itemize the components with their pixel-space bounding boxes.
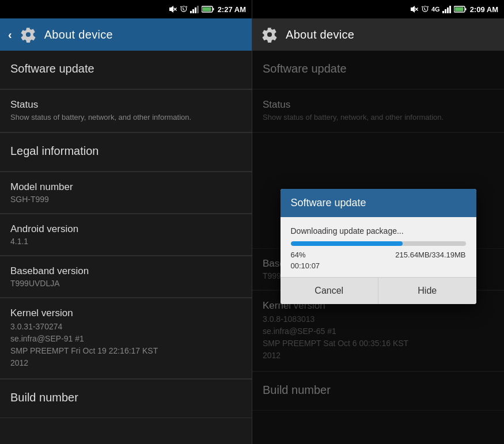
right-content: Software update Status Show status of ba… [252,51,504,444]
menu-item-build-left[interactable]: Build number [0,380,252,418]
svg-rect-8 [445,9,446,13]
kernel-title-left: Kernel version [10,308,241,319]
model-value-left: SGH-T999 [10,195,241,204]
dialog-title: Software update [291,197,466,209]
svg-rect-6 [202,7,211,12]
progress-bar-container [291,241,466,246]
svg-rect-5 [213,8,214,10]
dialog-header: Software update [281,189,476,217]
software-update-dialog: Software update Downloading update packa… [281,189,476,304]
hide-button[interactable]: Hide [378,278,476,304]
right-status-icons: 4G [410,5,467,13]
svg-rect-2 [195,7,196,13]
build-title-left: Build number [10,391,241,404]
mute-icon [168,5,177,13]
right-panel: 4G 2:09 AM About device [252,0,504,444]
svg-rect-0 [190,11,192,13]
time-remaining: 00:10:07 [291,261,466,270]
menu-item-status-left[interactable]: Status Show status of battery, network, … [0,90,252,132]
left-status-icons [168,5,214,13]
menu-item-legal-left[interactable]: Legal information [0,133,252,172]
progress-bar-fill [291,241,403,246]
left-menu-list: Software update Status Show status of ba… [0,51,252,444]
progress-size: 215.64MB/334.19MB [395,251,465,259]
svg-rect-9 [447,7,449,13]
progress-percent: 64% [291,251,306,259]
status-subtitle-left: Show status of battery, network, and oth… [10,112,241,123]
svg-rect-10 [449,6,451,13]
right-status-bar: 4G 2:09 AM [252,0,504,18]
alarm-icon-right [421,5,429,13]
model-title-left: Model number [10,181,241,193]
battery-icon-right [454,6,467,13]
left-panel: 2:27 AM ‹ About device Software update S… [0,0,252,444]
mute-icon-right [410,5,419,13]
signal-icon-right [442,5,452,13]
svg-rect-12 [465,8,466,10]
left-status-bar: 2:27 AM [0,0,252,18]
menu-item-model-left[interactable]: Model number SGH-T999 [0,172,252,214]
right-top-bar-title: About device [286,28,354,41]
battery-icon [202,6,214,13]
left-top-bar-title: About device [44,28,113,41]
back-arrow-icon[interactable]: ‹ [8,28,12,41]
android-value-left: 4.1.1 [10,237,241,246]
progress-info: 64% 215.64MB/334.19MB [291,251,466,259]
baseband-title-left: Baseband version [10,265,241,277]
legal-title-left: Legal information [10,145,241,158]
gear-icon-left [19,25,37,44]
software-update-title-left: Software update [10,62,241,75]
menu-item-software-update-left[interactable]: Software update [0,51,252,89]
svg-rect-3 [197,6,199,13]
baseband-value-left: T999UVDLJA [10,279,241,288]
kernel-value-left: 3.0.31-370274se.infra@SEP-91 #1SMP PREEM… [10,321,241,369]
right-top-bar: About device [252,18,504,51]
dialog-buttons: Cancel Hide [281,277,476,304]
left-top-bar: ‹ About device [0,18,252,51]
signal-icon [190,5,199,13]
right-time: 2:09 AM [470,5,498,14]
dialog-overlay: Software update Downloading update packa… [252,51,504,444]
menu-item-baseband-left[interactable]: Baseband version T999UVDLJA [0,256,252,298]
alarm-icon [180,5,188,13]
android-title-left: Android version [10,223,241,235]
dialog-body: Downloading update package... 64% 215.64… [281,217,476,277]
gear-icon-right [260,25,279,44]
menu-item-android-left[interactable]: Android version 4.1.1 [0,214,252,256]
svg-rect-13 [454,7,463,12]
svg-rect-7 [442,11,444,13]
svg-rect-1 [192,9,194,13]
menu-item-kernel-left[interactable]: Kernel version 3.0.31-370274se.infra@SEP… [0,298,252,379]
left-time: 2:27 AM [218,5,246,14]
status-title-left: Status [10,99,241,111]
4g-badge: 4G [431,6,440,13]
download-text: Downloading update package... [291,226,466,236]
cancel-button[interactable]: Cancel [281,278,379,304]
